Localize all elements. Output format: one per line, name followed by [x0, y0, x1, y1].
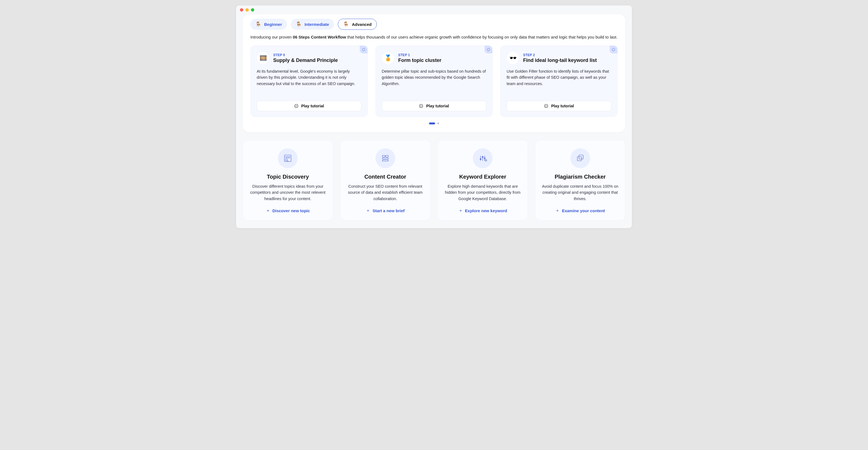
step-emoji-icon: 🏅: [382, 52, 395, 64]
feature-action-label: Examine your content: [562, 208, 605, 213]
window-titlebar: [236, 5, 632, 14]
card-expand-icon[interactable]: [610, 46, 617, 53]
chair-icon: 🪑: [255, 21, 261, 27]
feature-action-link[interactable]: ＋ Start a new brief: [366, 208, 405, 214]
carousel-pager: [250, 122, 618, 124]
tab-label: Intermediate: [305, 22, 329, 27]
step-header: 🏅 STEP 1 Form topic cluster: [382, 52, 487, 64]
sliders-icon: [473, 148, 493, 168]
plus-icon: ＋: [555, 208, 560, 214]
form-icon: [375, 148, 395, 168]
intro-text: Introducing our proven 06 Steps Content …: [250, 35, 618, 39]
svg-point-9: [286, 159, 288, 161]
step-emoji-icon: 🎞️: [257, 52, 269, 64]
play-icon: [294, 104, 299, 108]
step-header: 🎞️ STEP 0 Supply & Demand Principle: [257, 52, 362, 64]
feature-description: Explore high demand keywords that are hi…: [444, 183, 521, 202]
feature-action-link[interactable]: ＋ Examine your content: [555, 208, 605, 214]
window-close-dot[interactable]: [240, 8, 243, 11]
svg-rect-22: [577, 157, 581, 161]
step-title: Form topic cluster: [398, 58, 441, 63]
tab-label: Advanced: [352, 22, 372, 27]
step-header: 🕶️ STEP 2 Find ideal long-tail keyword l…: [506, 52, 611, 64]
steps-carousel: 🎞️ STEP 0 Supply & Demand Principle At i…: [250, 46, 618, 117]
feature-action-link[interactable]: ＋ Discover new topic: [266, 208, 310, 214]
play-icon: [544, 104, 548, 108]
svg-rect-13: [382, 158, 388, 159]
feature-description: Discover different topics ideas from you…: [250, 183, 326, 202]
feature-title: Keyword Explorer: [459, 174, 506, 180]
svg-rect-23: [579, 155, 583, 159]
step-card: 🏅 STEP 1 Form topic cluster Determine pi…: [375, 46, 493, 117]
feature-title: Content Creator: [365, 174, 406, 180]
svg-rect-12: [385, 156, 388, 157]
copy-icon: [570, 148, 590, 168]
card-expand-icon[interactable]: [485, 46, 492, 53]
step-title: Supply & Demand Principle: [273, 58, 338, 63]
svg-point-0: [362, 48, 365, 51]
play-tutorial-button[interactable]: Play tutorial: [506, 101, 611, 111]
feature-description: Construct your SEO content from relevant…: [347, 183, 424, 202]
step-number-label: STEP 1: [398, 53, 441, 57]
step-description: Determine pillar topic and sub-topics ba…: [382, 68, 487, 96]
svg-point-4: [612, 48, 615, 51]
level-tabs: 🪑 Beginner 🪑 Intermediate 🪑 Advanced: [250, 19, 618, 30]
plus-icon: ＋: [266, 208, 270, 214]
step-emoji-icon: 🕶️: [506, 52, 519, 64]
feature-keyword-explorer: Keyword Explorer Explore high demand key…: [438, 140, 528, 221]
plus-icon: ＋: [459, 208, 463, 214]
card-expand-icon[interactable]: [360, 46, 368, 53]
play-tutorial-label: Play tutorial: [426, 104, 449, 108]
feature-action-label: Start a new brief: [372, 208, 405, 213]
feature-title: Topic Discovery: [267, 174, 309, 180]
pager-dot-inactive[interactable]: [437, 122, 439, 124]
window-zoom-dot[interactable]: [251, 8, 254, 11]
step-card: 🎞️ STEP 0 Supply & Demand Principle At i…: [250, 46, 368, 117]
play-icon: [419, 104, 423, 108]
step-card: 🕶️ STEP 2 Find ideal long-tail keyword l…: [500, 46, 618, 117]
svg-point-2: [487, 48, 490, 51]
svg-rect-6: [284, 155, 291, 162]
svg-rect-14: [382, 160, 388, 161]
svg-point-21: [485, 160, 487, 161]
chair-icon: 🪑: [343, 21, 349, 27]
tab-label: Beginner: [264, 22, 282, 27]
plus-icon: ＋: [366, 208, 370, 214]
intro-suffix: that helps thousands of our users achiev…: [346, 35, 617, 39]
feature-description: Avoid duplicate content and focus 100% o…: [542, 183, 619, 202]
feature-action-label: Discover new topic: [272, 208, 310, 213]
tab-intermediate[interactable]: 🪑 Intermediate: [291, 19, 334, 30]
feature-cards-row: Topic Discovery Discover different topic…: [236, 140, 632, 228]
chair-icon: 🪑: [296, 21, 302, 27]
step-number-label: STEP 0: [273, 53, 338, 57]
intro-prefix: Introducing our proven: [250, 35, 293, 39]
play-tutorial-label: Play tutorial: [301, 104, 324, 108]
step-description: At its fundamental level, Google's econo…: [257, 68, 362, 96]
play-tutorial-label: Play tutorial: [551, 104, 574, 108]
intro-bold: 06 Steps Content Workflow: [293, 35, 346, 39]
feature-plagiarism-checker: Plagiarism Checker Avoid duplicate conte…: [535, 140, 626, 221]
svg-rect-11: [382, 156, 385, 157]
step-title: Find ideal long-tail keyword list: [523, 58, 597, 63]
feature-topic-discovery: Topic Discovery Discover different topic…: [243, 140, 333, 221]
search-list-icon: [278, 148, 298, 168]
app-window: 🪑 Beginner 🪑 Intermediate 🪑 Advanced Int…: [236, 5, 632, 228]
workflow-card: 🪑 Beginner 🪑 Intermediate 🪑 Advanced Int…: [243, 14, 625, 132]
feature-content-creator: Content Creator Construct your SEO conte…: [340, 140, 431, 221]
play-tutorial-button[interactable]: Play tutorial: [257, 101, 362, 111]
feature-title: Plagiarism Checker: [555, 174, 606, 180]
step-description: Use Golden Filter function to identify l…: [506, 68, 611, 96]
tab-advanced[interactable]: 🪑 Advanced: [338, 19, 377, 30]
tab-beginner[interactable]: 🪑 Beginner: [250, 19, 287, 30]
feature-action-label: Explore new keyword: [465, 208, 507, 213]
step-number-label: STEP 2: [523, 53, 597, 57]
pager-dot-active[interactable]: [429, 122, 435, 124]
play-tutorial-button[interactable]: Play tutorial: [382, 101, 487, 111]
window-minimize-dot[interactable]: [245, 8, 249, 11]
feature-action-link[interactable]: ＋ Explore new keyword: [459, 208, 507, 214]
